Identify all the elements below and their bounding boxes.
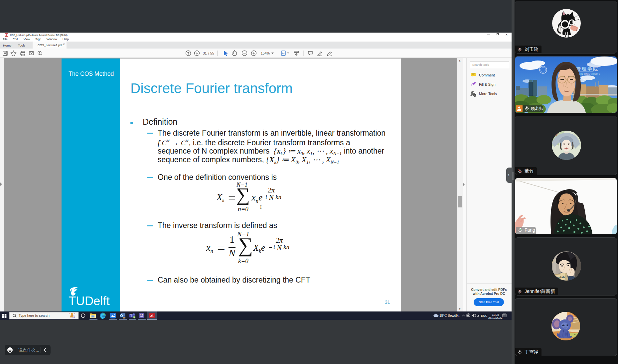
svg-text:XLIN UNIVERSITY: XLIN UNIVERSITY xyxy=(577,73,600,75)
svg-text:31: 31 xyxy=(203,51,207,55)
svg-text:Comment: Comment xyxy=(479,73,495,77)
svg-text:管理学院: 管理学院 xyxy=(576,66,599,71)
svg-text:TUDelft: TUDelft xyxy=(69,294,110,306)
svg-text:ENG: ENG xyxy=(481,314,488,317)
svg-text:Fang: Fang xyxy=(525,227,535,233)
svg-text:Type here to search: Type here to search xyxy=(19,313,50,317)
svg-text:Fill & Sign: Fill & Sign xyxy=(479,82,496,86)
svg-text:说点什么...: 说点什么... xyxy=(18,348,39,353)
svg-text:154%: 154% xyxy=(261,51,270,55)
svg-text:26/10/2022: 26/10/2022 xyxy=(488,316,503,319)
svg-text:English: English xyxy=(554,276,565,279)
svg-text:More Tools: More Tools xyxy=(479,92,497,96)
svg-text:18°C: 18°C xyxy=(439,314,447,317)
svg-text:/ 55: / 55 xyxy=(208,51,214,55)
svg-text:Bewölkt: Bewölkt xyxy=(448,314,459,317)
svg-text:顾老师: 顾老师 xyxy=(531,106,543,111)
